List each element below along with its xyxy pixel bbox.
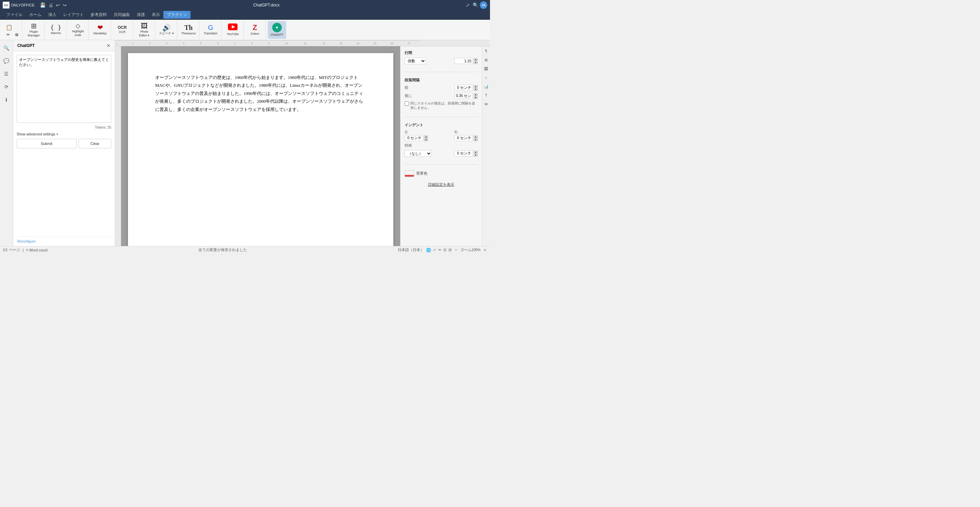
clear-button[interactable]: Clear [79, 139, 111, 148]
sidebar-navigate-icon[interactable]: ☰ [2, 69, 11, 79]
svg-text:10: 10 [285, 42, 288, 45]
para-settings-icon[interactable]: ¶ [483, 48, 490, 54]
redo-button[interactable]: ↪ [61, 2, 68, 8]
indent-left-value[interactable] [404, 135, 423, 141]
user-avatar[interactable]: JS [480, 2, 487, 9]
zoom-fit-icon[interactable]: ⊟ [449, 248, 452, 252]
special-up[interactable]: ▲ [474, 151, 478, 153]
special-down[interactable]: ▼ [474, 154, 478, 157]
sidebar-track-icon[interactable]: ⟳ [2, 82, 11, 92]
special-select[interactable]: （なし） 字下げ ぶら下げ [404, 150, 432, 157]
zoom-in-btn[interactable]: + [482, 247, 487, 253]
macros-button[interactable]: { } Macros [47, 21, 65, 39]
language-icon[interactable]: 🌐 [426, 248, 431, 253]
copy-button[interactable]: ⧉ [13, 32, 21, 37]
indent-right-value[interactable] [454, 135, 473, 141]
translator-icon: G [208, 24, 213, 31]
menu-layout[interactable]: レイアウト [60, 11, 87, 19]
after-up[interactable]: ▲ [474, 93, 478, 96]
spell-check-icon[interactable]: ✓ [433, 248, 436, 252]
youtube-button[interactable]: YouTube [224, 21, 242, 39]
expand-button[interactable]: ⤢ [465, 2, 471, 8]
search-button[interactable]: 🔍 [471, 2, 480, 8]
after-spinner: ▲ ▼ [474, 93, 478, 99]
mendeley-button[interactable]: ❤ Mendeley [91, 21, 109, 39]
shape-icon[interactable]: ○ [483, 74, 490, 81]
detail-settings-link[interactable]: 詳細設定を表示 [404, 183, 478, 187]
speech-button[interactable]: 🔊 スピーチ ▾ [157, 21, 176, 39]
menu-collaboration[interactable]: 共同編集 [110, 11, 134, 19]
highlight-code-icon: ◇ [76, 23, 80, 29]
submit-button[interactable]: Submit [17, 139, 76, 148]
spacing-down[interactable]: ▼ [474, 61, 478, 64]
menu-references[interactable]: 参考資料 [87, 11, 110, 19]
menu-bar: ファイル ホーム 挿入 レイアウト 参考資料 共同編集 保護 表示 プラグイン [0, 10, 490, 20]
chatgpt-button[interactable]: ✦ ChatGPT [268, 21, 286, 39]
menu-protection[interactable]: 保護 [134, 11, 148, 19]
bg-color-swatch[interactable] [404, 170, 414, 177]
indent-left-up[interactable]: ▲ [424, 135, 428, 138]
spacing-select[interactable]: 倍数 固定値 [404, 57, 426, 64]
translator-button[interactable]: G Translator [202, 21, 220, 39]
thesaurus-button[interactable]: Th Thesaurus [179, 21, 198, 39]
word-count-label[interactable]: ≡ Word count [26, 248, 47, 252]
indent-left-spinner: ▲ ▼ [424, 135, 428, 141]
indent-right-up[interactable]: ▲ [474, 135, 478, 138]
special-amount[interactable] [454, 150, 473, 157]
before-down[interactable]: ▼ [474, 88, 478, 91]
horizontal-ruler: | 1 2 3 4 5 6 7 8 9 10 11 12 13 14 15 16… [115, 40, 490, 46]
spacing-up[interactable]: ▲ [474, 58, 478, 61]
sidebar-comment-icon[interactable]: 💬 [2, 56, 11, 66]
zotero-button[interactable]: Z Zotero [246, 21, 264, 39]
indent-section: インデント 左 ▲ ▼ [404, 122, 478, 159]
title-bar: OO ONLYOFFICE 💾 🖨 ↩ ↪ ChatGPT.docx ⤢ 🔍 J… [0, 0, 490, 10]
before-value[interactable] [454, 85, 473, 91]
panel-close-button[interactable]: ✕ [107, 43, 111, 48]
reconfigure-link[interactable]: Reconfigure [13, 237, 115, 246]
menu-plugins[interactable]: プラグイン [163, 11, 191, 19]
document-page[interactable]: オープンソースソフトウェアの歴史は、1960年代から始まります。1960年代には… [128, 53, 393, 246]
mail-icon[interactable]: ✉ [483, 101, 490, 108]
svg-text:8: 8 [251, 42, 253, 45]
menu-view[interactable]: 表示 [148, 11, 163, 19]
after-value[interactable] [454, 93, 473, 99]
undo-button[interactable]: ↩ [54, 2, 61, 8]
print-button[interactable]: 🖨 [47, 2, 54, 8]
table-icon[interactable]: ⊞ [483, 57, 490, 63]
highlight-code-group: ◇ Highlightcode [67, 20, 89, 40]
prompt-textarea[interactable]: オープンソースソフトウェアの歴史を簡単に教えてください。 [17, 55, 111, 123]
sidebar-info-icon[interactable]: ℹ [2, 95, 11, 105]
document-content[interactable]: オープンソースソフトウェアの歴史は、1960年代から始まります。1960年代には… [155, 73, 366, 113]
color-stripe [405, 175, 414, 176]
menu-home[interactable]: ホーム [26, 11, 45, 19]
text-art-icon[interactable]: T [483, 92, 490, 99]
after-down[interactable]: ▼ [474, 96, 478, 99]
menu-file[interactable]: ファイル [3, 11, 26, 19]
highlight-code-button[interactable]: ◇ Highlightcode [69, 21, 87, 39]
plugin-manager-button[interactable]: ⊞ Plugin Manager [24, 21, 43, 39]
photo-editor-button[interactable]: 🖼 PhotoEditor ▾ [135, 21, 153, 39]
same-style-checkbox[interactable] [404, 102, 409, 106]
image-icon[interactable]: 🖼 [483, 65, 490, 72]
document-scroll[interactable]: オープンソースソフトウェアの歴史は、1960年代から始まります。1960年代には… [121, 46, 400, 246]
menu-insert[interactable]: 挿入 [45, 11, 60, 19]
cut-button[interactable]: ✂ [4, 32, 12, 37]
zoom-out-btn[interactable]: − [453, 247, 458, 253]
language-label[interactable]: 日本語（日本） [398, 248, 424, 253]
before-up[interactable]: ▲ [474, 85, 478, 88]
app-logo: OO ONLYOFFICE [3, 2, 34, 8]
ocr-button[interactable]: OCR OCR [113, 21, 131, 39]
svg-text:6: 6 [217, 42, 218, 45]
photo-editor-group: 🖼 PhotoEditor ▾ [134, 20, 155, 40]
advanced-settings-toggle[interactable]: Show advanced settings ▾ [17, 132, 111, 136]
indent-right-down[interactable]: ▼ [474, 138, 478, 141]
save-button[interactable]: 💾 [38, 2, 47, 8]
paste-button[interactable]: 📋 [4, 22, 14, 32]
status-left: 1/1 ページ | ≡ Word count [3, 248, 48, 253]
chart-icon[interactable]: 📊 [483, 83, 490, 90]
track-changes-icon[interactable]: ✏ [438, 248, 441, 252]
sidebar-find-icon[interactable]: 🔍 [2, 43, 11, 53]
indent-left-down[interactable]: ▼ [424, 138, 428, 141]
fit-width-icon[interactable]: ⊡ [443, 248, 447, 252]
spacing-value[interactable] [454, 58, 473, 64]
